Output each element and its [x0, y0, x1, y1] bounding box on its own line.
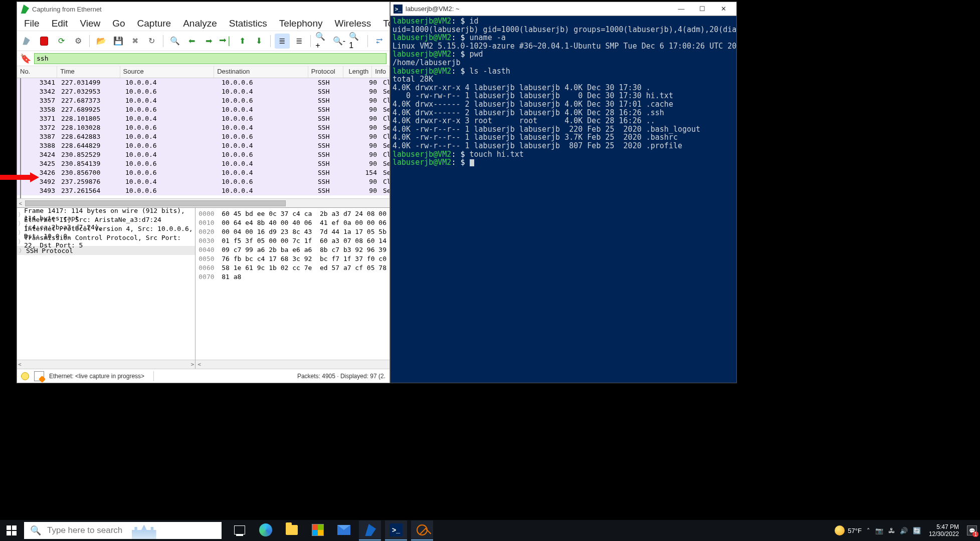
packet-details-tree[interactable]: 〉Frame 1417: 114 bytes on wire (912 bits…	[17, 208, 195, 369]
zoom-reset-icon[interactable]: 🔍1	[348, 34, 363, 49]
table-row[interactable]: 3358227.68992510.0.0.610.0.0.4SSH90Ser	[17, 105, 389, 114]
tray-volume-icon[interactable]: 🔊	[900, 527, 908, 534]
menu-wireless[interactable]: Wireless	[334, 18, 371, 29]
menu-go[interactable]: Go	[112, 18, 125, 29]
col-src[interactable]: Source	[120, 66, 215, 78]
menu-telephony[interactable]: Telephony	[279, 18, 323, 29]
menu-view[interactable]: View	[80, 18, 100, 29]
task-view-button[interactable]	[229, 520, 251, 540]
menu-capture[interactable]: Capture	[137, 18, 171, 29]
windows-logo-icon	[7, 525, 17, 535]
table-row[interactable]: 3388228.64482910.0.0.610.0.0.4SSH90Ser	[17, 141, 389, 150]
table-row[interactable]: 3387228.64288310.0.0.410.0.0.6SSH90Cli	[17, 132, 389, 141]
hex-row[interactable]: 007081 a8	[199, 273, 386, 282]
packet-list-header[interactable]: No. Time Source Destination Protocol Len…	[17, 66, 389, 78]
terminal-body[interactable]: labuserjb@VM2: $ iduid=1000(labuserjb) g…	[390, 16, 736, 383]
status-interface: Ethernet: <live capture in progress>	[49, 373, 144, 380]
packet-hscrollbar[interactable]: <	[17, 198, 389, 207]
edge-icon	[259, 523, 272, 536]
go-forward-icon[interactable]: ➡	[201, 34, 216, 49]
table-row[interactable]: 3425230.85413910.0.0.610.0.0.4SSH90Ser	[17, 159, 389, 168]
open-file-icon[interactable]: 📂	[94, 34, 108, 49]
hex-row[interactable]: 005076 fb bc c4 17 68 3c 92 bc f7 1f 37 …	[199, 255, 386, 264]
packet-bytes-hex[interactable]: 000060 45 bd ee 0c 37 c4 ca 2b a3 d7 24 …	[195, 208, 389, 369]
tray-sync-icon[interactable]: 🔄	[913, 527, 921, 534]
table-row[interactable]: 3424230.85252910.0.0.410.0.0.6SSH90Cli	[17, 150, 389, 159]
terminal-titlebar[interactable]: >_ labuserjb@VM2: ~ — ☐ ✕	[390, 2, 736, 16]
toolbar-sep	[367, 35, 368, 47]
col-len[interactable]: Length	[343, 66, 372, 78]
table-row[interactable]: 3493237.26156410.0.0.610.0.0.4SSH90Ser	[17, 186, 389, 195]
reload-icon[interactable]: ↻	[144, 34, 159, 49]
minimize-button[interactable]: —	[671, 4, 691, 15]
start-button[interactable]	[0, 520, 23, 541]
zoom-in-icon[interactable]: 🔍+	[315, 34, 329, 49]
hex-row[interactable]: 006058 1e 61 9c 1b 02 cc 7e ed 57 a7 cf …	[199, 264, 386, 273]
restart-capture-icon[interactable]: ⟳	[54, 34, 68, 49]
stop-capture-icon[interactable]	[37, 34, 52, 49]
go-last-icon[interactable]: ⬇	[252, 34, 266, 49]
taskbar-app-wireshark[interactable]	[359, 520, 381, 540]
taskbar-app-edge[interactable]	[255, 520, 277, 540]
col-dst[interactable]: Destination	[214, 66, 308, 78]
capture-options-icon[interactable]: ⚙	[71, 34, 85, 49]
table-row[interactable]: 3492237.25987610.0.0.410.0.0.6SSH90Cli	[17, 177, 389, 186]
go-back-icon[interactable]: ⬅	[184, 34, 199, 49]
close-file-icon[interactable]: ✖	[127, 34, 142, 49]
colorize-icon[interactable]: ≣	[292, 34, 306, 49]
taskbar-app-mail[interactable]	[333, 520, 355, 540]
find-icon[interactable]: 🔍	[167, 34, 182, 49]
maximize-button[interactable]: ☐	[692, 4, 712, 15]
menu-analyze[interactable]: Analyze	[183, 18, 217, 29]
tray-meet-now-icon[interactable]: 📷	[875, 527, 883, 534]
zoom-out-icon[interactable]: 🔍-	[332, 34, 346, 49]
menu-file[interactable]: File	[24, 18, 40, 29]
display-filter-input[interactable]	[34, 53, 386, 64]
col-proto[interactable]: Protocol	[308, 66, 344, 78]
weather-widget[interactable]: 57°F	[835, 525, 862, 535]
menu-edit[interactable]: Edit	[52, 18, 68, 29]
tree-item[interactable]: 〉Transmission Control Protocol, Src Port…	[17, 237, 195, 246]
notif-badge: 1	[972, 531, 978, 537]
bookmark-icon[interactable]: 🔖	[20, 53, 31, 64]
wireshark-titlebar[interactable]: Capturing from Ethernet	[17, 2, 389, 16]
close-button[interactable]: ✕	[713, 4, 733, 15]
taskbar-app-powershell[interactable]: >_	[385, 520, 407, 540]
table-row[interactable]: 3342227.03295310.0.0.610.0.0.4SSH90Ser	[17, 87, 389, 96]
hex-hscrollbar[interactable]: <	[195, 360, 389, 369]
table-row[interactable]: 3426230.85670010.0.0.610.0.0.4SSH154Ser	[17, 168, 389, 177]
taskbar-search[interactable]: 🔍 Type here to search	[24, 522, 222, 539]
packet-gutter	[20, 78, 21, 198]
autoscroll-icon[interactable]: ≣	[275, 34, 289, 49]
col-no[interactable]: No.	[17, 66, 57, 78]
hex-row[interactable]: 002000 04 00 16 d9 23 8c 43 7d 44 1a 17 …	[199, 228, 386, 237]
table-row[interactable]: 3341227.03149910.0.0.410.0.0.6SSH90Cli	[17, 78, 389, 87]
hex-row[interactable]: 001000 64 e4 8b 40 00 40 06 41 ef 0a 00 …	[199, 219, 386, 228]
action-center-button[interactable]: 💬1	[967, 525, 977, 535]
taskbar-clock[interactable]: 5:47 PM 12/30/2022	[926, 523, 962, 537]
menu-statistics[interactable]: Statistics	[229, 18, 267, 29]
taskbar-app-explorer[interactable]	[281, 520, 303, 540]
col-info[interactable]: Info	[372, 66, 389, 78]
goto-packet-icon[interactable]: ⮕│	[218, 34, 233, 49]
tray-network-icon[interactable]: 🖧	[888, 527, 895, 534]
resize-columns-icon[interactable]: ⥂	[372, 34, 386, 49]
col-time[interactable]: Time	[57, 66, 120, 78]
expert-info-icon[interactable]	[21, 372, 29, 380]
hex-row[interactable]: 003001 f5 3f 05 00 00 7c 1f 60 a3 07 08 …	[199, 237, 386, 246]
start-capture-icon[interactable]	[20, 34, 35, 49]
hex-row[interactable]: 004009 c7 99 a6 2b ba e6 a6 8b c7 b3 92 …	[199, 246, 386, 255]
table-row[interactable]: 3372228.10302810.0.0.610.0.0.4SSH90Ser	[17, 123, 389, 132]
taskbar-app-snip[interactable]	[411, 520, 433, 540]
powershell-icon: >_	[394, 5, 403, 14]
tray-chevron-icon[interactable]: ˄	[867, 527, 870, 534]
taskbar-app-store[interactable]	[307, 520, 329, 540]
edit-capture-comment-icon[interactable]	[34, 371, 44, 381]
packet-list[interactable]: 3341227.03149910.0.0.410.0.0.6SSH90Cli33…	[17, 78, 389, 198]
table-row[interactable]: 3357227.68737310.0.0.410.0.0.6SSH90Cli	[17, 96, 389, 105]
tree-hscrollbar[interactable]: <>	[17, 360, 195, 369]
go-first-icon[interactable]: ⬆	[235, 34, 249, 49]
hex-row[interactable]: 000060 45 bd ee 0c 37 c4 ca 2b a3 d7 24 …	[199, 210, 386, 219]
save-file-icon[interactable]: 💾	[111, 34, 125, 49]
table-row[interactable]: 3371228.10180510.0.0.410.0.0.6SSH90Cli	[17, 114, 389, 123]
